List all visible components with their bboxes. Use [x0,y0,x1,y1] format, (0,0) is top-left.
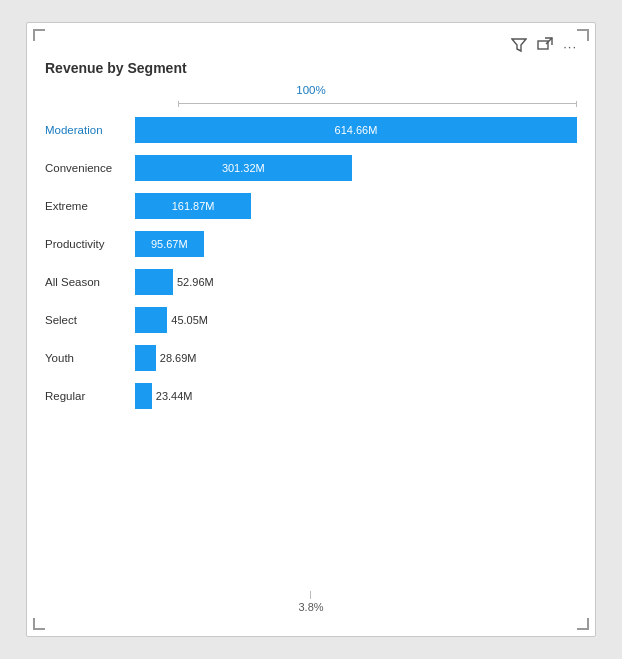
bar-wrapper: 52.96M [135,266,577,298]
bar [135,383,152,409]
bar-row: Moderation614.66M [45,114,577,146]
expand-icon[interactable] [537,37,553,56]
bar-row: All Season52.96M [45,266,577,298]
bar-label: Youth [45,352,135,364]
bar-label: Select [45,314,135,326]
bar-wrapper: 23.44M [135,380,577,412]
bar-value: 161.87M [168,200,219,212]
toolbar: ··· [45,37,577,56]
bottom-axis: 3.8% [45,591,577,613]
corner-tr [577,29,589,41]
bar-value: 301.32M [218,162,269,174]
corner-bl [33,618,45,630]
bar-value: 95.67M [147,238,192,250]
bar-label: All Season [45,276,135,288]
bar-label: Convenience [45,162,135,174]
top-percent-label: 100% [45,84,577,96]
bar: 614.66M [135,117,577,143]
bar-value-outside: 52.96M [173,276,214,288]
bar-label: Productivity [45,238,135,250]
bar-value: 614.66M [331,124,382,136]
bar-wrapper: 95.67M [135,228,577,260]
bottom-axis-tick: 3.8% [298,591,323,613]
bar-wrapper: 28.69M [135,342,577,374]
corner-br [577,618,589,630]
bar-value-outside: 23.44M [152,390,193,402]
bars-container: Moderation614.66MConvenience301.32MExtre… [45,114,577,585]
bar-row: Select45.05M [45,304,577,336]
bar [135,269,173,295]
bar-wrapper: 45.05M [135,304,577,336]
chart-title: Revenue by Segment [45,60,577,76]
bar: 161.87M [135,193,251,219]
chart-card: ··· Revenue by Segment 100% Moderation61… [26,22,596,637]
bar-value-outside: 45.05M [167,314,208,326]
bar-row: Extreme161.87M [45,190,577,222]
bar-row: Regular23.44M [45,380,577,412]
bar-wrapper: 301.32M [135,152,577,184]
svg-marker-0 [512,39,526,51]
svg-rect-1 [538,41,548,49]
bar-row: Convenience301.32M [45,152,577,184]
axis-top [45,98,577,108]
bar-row: Productivity95.67M [45,228,577,260]
bar: 301.32M [135,155,352,181]
bottom-percent-label: 3.8% [298,601,323,613]
bar [135,345,156,371]
bar-value-outside: 28.69M [156,352,197,364]
bar: 95.67M [135,231,204,257]
bar-label: Moderation [45,124,135,136]
bar-label: Extreme [45,200,135,212]
bar-label: Regular [45,390,135,402]
bar-wrapper: 614.66M [135,114,577,146]
chart-area: 100% Moderation614.66MConvenience301.32M… [45,84,577,613]
bar-wrapper: 161.87M [135,190,577,222]
bar-row: Youth28.69M [45,342,577,374]
corner-tl [33,29,45,41]
filter-icon[interactable] [511,37,527,56]
bar [135,307,167,333]
more-options-icon[interactable]: ··· [563,39,577,54]
